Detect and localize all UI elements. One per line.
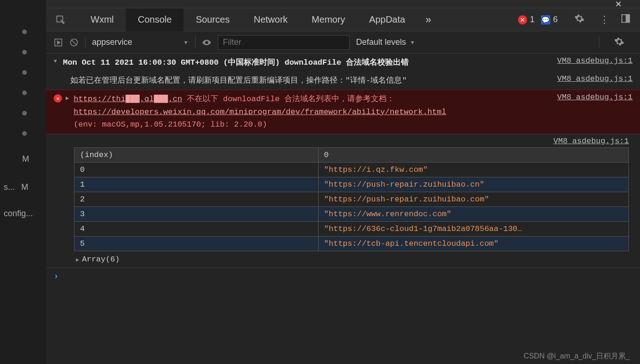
tab-sources[interactable]: Sources [184, 8, 241, 31]
array-expand[interactable]: ▶Array(6) [46, 251, 640, 267]
log-source-link[interactable]: VM8 asdebug.js:1 [46, 134, 640, 147]
sidebar-dot [22, 91, 27, 95]
clear-icon[interactable] [69, 38, 79, 47]
console-table: (index) 0 0"https://i.qz.fkw.com"1"https… [74, 147, 629, 251]
table-row[interactable]: 4"https://636c-cloud1-1g7maib2a07856aa-1… [74, 221, 629, 236]
sidebar: M s...M config... [0, 0, 46, 364]
prompt-icon: › [54, 272, 59, 281]
eye-icon[interactable] [202, 38, 211, 47]
sidebar-dot [22, 30, 27, 34]
context-select[interactable]: appservice [92, 37, 189, 47]
sidebar-dot [22, 111, 27, 115]
watermark: CSDN @i_am_a_div_日积月累_ [523, 352, 630, 361]
console-prompt[interactable]: › [46, 267, 640, 285]
error-url-link[interactable]: https://thi███.ql███.cn [74, 95, 182, 103]
log-group-header[interactable]: ▼ Mon Oct 11 2021 16:00:30 GMT+0800 (中国标… [46, 54, 640, 72]
sidebar-item-sm[interactable]: s...M [4, 182, 46, 192]
svg-rect-2 [626, 15, 629, 23]
table-row[interactable]: 1"https://push-repair.zuihuibao.cn" [74, 177, 629, 192]
levels-select[interactable]: Default levels [356, 37, 415, 47]
gear-icon[interactable] [574, 13, 585, 26]
tab-memory[interactable]: Memory [300, 8, 357, 31]
sidebar-item-config[interactable]: config... [4, 209, 46, 218]
devtools-tabs: Wxml Console Sources Network Memory AppD… [46, 8, 640, 31]
gear-icon[interactable] [614, 36, 624, 49]
info-icon: 💬 [541, 15, 550, 24]
tabs-more-icon[interactable]: » [417, 14, 439, 26]
window-topbar: ✕ [46, 0, 640, 8]
tab-wxml[interactable]: Wxml [79, 8, 126, 31]
sidebar-dot [22, 70, 27, 75]
inspect-icon[interactable] [55, 15, 66, 25]
log-source-link[interactable]: VM8 asdebug.js:1 [557, 74, 633, 83]
tab-appdata[interactable]: AppData [357, 8, 417, 31]
tab-console[interactable]: Console [126, 8, 184, 31]
dock-icon[interactable] [621, 13, 631, 26]
table-row[interactable]: 5"https://tcb-api.tencentcloudapi.com" [74, 236, 629, 251]
console-output: ▼ Mon Oct 11 2021 16:00:30 GMT+0800 (中国标… [46, 54, 640, 364]
tab-network[interactable]: Network [242, 8, 300, 31]
sidebar-item-m[interactable]: M [22, 154, 46, 164]
error-icon: ✕ [54, 94, 62, 103]
doc-url-link[interactable]: https://developers.weixin.qq.com/minipro… [74, 108, 446, 116]
kebab-icon[interactable]: ⋮ [599, 14, 609, 26]
log-entry: 如若已在管理后台更新域名配置，请刷新项目配置后重新编译项目，操作路径："详情-域… [46, 72, 640, 90]
filter-input[interactable] [218, 35, 350, 50]
table-row[interactable]: 3"https://www.renrendoc.com" [74, 206, 629, 221]
chevron-right-icon[interactable]: ▶ [66, 95, 69, 102]
sidebar-dot [22, 50, 27, 55]
error-icon: ✕ [518, 15, 527, 24]
error-badge[interactable]: ✕ 1 💬 6 [518, 15, 558, 24]
chevron-right-icon: ▶ [76, 257, 79, 263]
chevron-down-icon[interactable]: ▼ [54, 56, 63, 65]
log-source-link[interactable]: VM8 asdebug.js:1 [557, 93, 633, 102]
console-toolbar: appservice Default levels [46, 31, 640, 54]
play-icon[interactable] [54, 38, 63, 47]
main-panel: ✕ Wxml Console Sources Network Memory Ap… [46, 0, 640, 364]
table-header[interactable]: 0 [318, 147, 628, 162]
log-source-link[interactable]: VM8 asdebug.js:1 [557, 56, 633, 65]
table-row[interactable]: 2"https://push-repair.zuihuibao.com" [74, 192, 629, 206]
log-entry-error: ✕ ▶ https://thi███.ql███.cn 不在以下 downloa… [46, 90, 640, 134]
sidebar-dot [22, 131, 27, 136]
table-header[interactable]: (index) [74, 147, 319, 162]
table-row[interactable]: 0"https://i.qz.fkw.com" [74, 162, 629, 177]
